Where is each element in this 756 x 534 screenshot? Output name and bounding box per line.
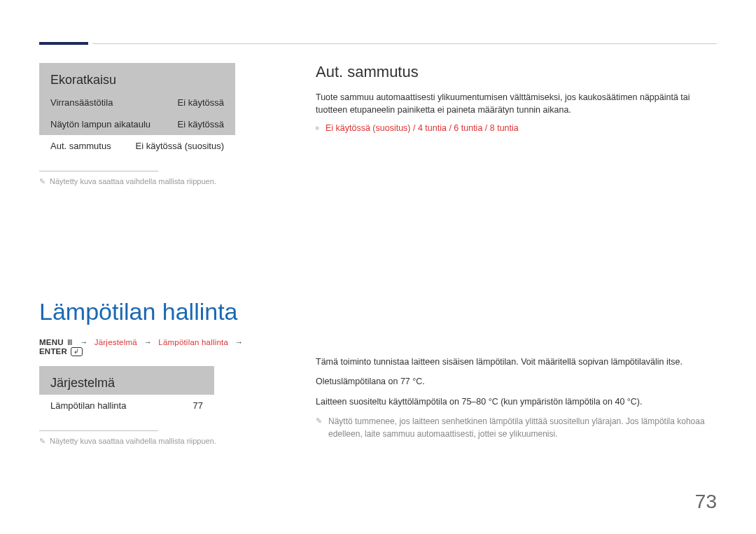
row-value: Ei käytössä (178, 97, 224, 108)
panel-row-selected: Aut. sammutus Ei käytössä (suositus) (39, 135, 235, 158)
panel-row: Virransäästötila Ei käytössä (39, 92, 235, 113)
eco-panel: Ekoratkaisu Virransäästötila Ei käytössä… (39, 63, 235, 158)
section-heading: Lämpötilan hallinta (39, 298, 274, 325)
page-rule (92, 43, 717, 44)
breadcrumb-item: Lämpötilan hallinta (158, 338, 228, 346)
temp-description: Tämä toiminto tunnistaa laitteen sisäise… (316, 356, 717, 440)
auto-off-heading: Aut. sammutus (316, 63, 717, 81)
breadcrumb-item: Järjestelmä (94, 338, 137, 346)
menu-label: MENU (39, 338, 64, 346)
row-label: Näytön lampun aikataulu (50, 119, 150, 129)
panel-row-selected: Lämpötilan hallinta 77 (39, 395, 214, 418)
temp-panel: Järjestelmä Lämpötilan hallinta 77 (39, 366, 214, 418)
menu-breadcrumb: MENU Ⅲ → Järjestelmä → Lämpötilan hallin… (39, 338, 274, 356)
temp-p1: Tämä toiminto tunnistaa laitteen sisäise… (316, 356, 717, 368)
accent-bar (39, 42, 88, 45)
divider (39, 430, 158, 431)
row-value: Ei käytössä (suositus) (136, 141, 224, 151)
enter-label: ENTER (39, 347, 67, 356)
menu-icon: Ⅲ (67, 338, 73, 347)
page-number: 73 (695, 491, 717, 513)
arrow-icon: → (80, 338, 88, 346)
row-label: Aut. sammutus (50, 141, 111, 151)
row-label: Lämpötilan hallinta (50, 400, 126, 411)
row-value: 77 (193, 400, 203, 411)
auto-off-body: Tuote sammuu automaattisesti ylikuumentu… (316, 91, 717, 116)
enter-icon: ↲ (71, 347, 82, 356)
eco-panel-title: Ekoratkaisu (39, 63, 235, 92)
panel-footnote: Näytetty kuva saattaa vaihdella mallista… (39, 177, 274, 186)
option-values: Ei käytössä (suositus) / 4 tuntia / 6 tu… (326, 123, 519, 133)
auto-off-options: ▫ Ei käytössä (suositus) / 4 tuntia / 6 … (316, 123, 717, 133)
row-label: Virransäästötila (50, 97, 113, 108)
row-value: Ei käytössä (178, 119, 224, 129)
option-prefix-icon: ▫ (316, 123, 318, 133)
temp-note: Näyttö tummenee, jos laitteen senhetkine… (316, 415, 717, 440)
temp-p2: Oletuslämpötilana on 77 °C. (316, 375, 717, 388)
arrow-icon: → (234, 338, 243, 346)
panel-row: Näytön lampun aikataulu Ei käytössä (39, 113, 235, 135)
arrow-icon: → (144, 338, 152, 346)
panel-footnote: Näytetty kuva saattaa vaihdella mallista… (39, 437, 274, 446)
divider (39, 171, 158, 171)
temp-p3: Laitteen suositeltu käyttölämpötila on 7… (316, 395, 717, 408)
temp-panel-title: Järjestelmä (39, 366, 214, 395)
